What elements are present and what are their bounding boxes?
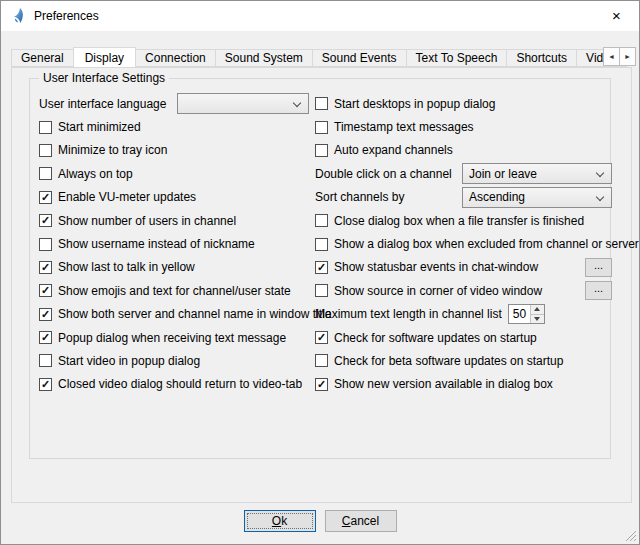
checkbox-label: Always on top xyxy=(58,167,133,181)
checkbox-server-channel-in-title[interactable]: Show both server and channel name in win… xyxy=(39,303,309,326)
language-combobox[interactable] xyxy=(177,93,309,114)
checkbox-label: Show number of users in channel xyxy=(58,214,236,228)
tab-sound-system[interactable]: Sound System xyxy=(215,49,313,67)
checkbox-close-on-file-transfer[interactable]: Close dialog box when a file transfer is… xyxy=(315,209,612,232)
tab-strip: General Display Connection Sound System … xyxy=(11,47,631,68)
tab-scroll-control: ◄ ► xyxy=(603,47,636,66)
checkbox-icon xyxy=(315,144,328,157)
tab-connection[interactable]: Connection xyxy=(135,49,216,67)
cancel-button[interactable]: Cancel xyxy=(325,510,397,532)
checkbox-icon xyxy=(39,331,52,344)
checkbox-icon xyxy=(39,191,52,204)
max-text-length-spinner[interactable]: 50 xyxy=(508,304,545,324)
checkbox-start-minimized[interactable]: Start minimized xyxy=(39,115,309,138)
checkbox-icon xyxy=(315,214,328,227)
video-source-browse-button[interactable]: ... xyxy=(585,281,612,300)
checkbox-label: Auto expand channels xyxy=(334,143,453,157)
checkbox-icon xyxy=(39,167,52,180)
checkbox-label: Show new version available in dialog box xyxy=(334,377,553,391)
ok-button-label: Ok xyxy=(272,514,287,528)
checkbox-icon xyxy=(39,144,52,157)
checkbox-icon xyxy=(315,261,328,274)
right-column: Start desktops in popup dialog Timestamp… xyxy=(315,92,612,396)
language-label: User interface language xyxy=(39,97,166,111)
checkbox-minimize-to-tray[interactable]: Minimize to tray icon xyxy=(39,139,309,162)
max-text-length-label: Maximum text length in channel list xyxy=(315,307,502,321)
checkbox-label: Start minimized xyxy=(58,120,141,134)
footer-buttons: Ok Cancel xyxy=(1,510,639,532)
triangle-down-icon xyxy=(534,317,540,321)
checkbox-icon xyxy=(315,97,328,110)
double-click-label: Double click on a channel xyxy=(315,167,452,181)
ok-button[interactable]: Ok xyxy=(244,510,316,532)
title-bar: Preferences × xyxy=(1,1,639,31)
checkbox-label: Enable VU-meter updates xyxy=(58,190,196,204)
checkbox-icon xyxy=(315,238,328,251)
statusbar-events-row: Show statusbar events in chat-window ... xyxy=(315,256,612,279)
checkbox-label: Start desktops in popup dialog xyxy=(334,97,495,111)
checkbox-label: Timestamp text messages xyxy=(334,120,474,134)
max-text-length-row: Maximum text length in channel list 50 xyxy=(315,303,612,326)
checkbox-label: Start video in popup dialog xyxy=(58,354,200,368)
group-title: User Interface Settings xyxy=(39,71,169,85)
statusbar-events-browse-button[interactable]: ... xyxy=(585,258,612,277)
checkbox-always-on-top[interactable]: Always on top xyxy=(39,162,309,185)
tab-text-to-speech[interactable]: Text To Speech xyxy=(406,49,508,67)
checkbox-label: Show both server and channel name in win… xyxy=(58,307,332,321)
left-column: User interface language Start minimized … xyxy=(39,92,309,396)
sort-channels-value: Ascending xyxy=(469,190,525,204)
checkbox-statusbar-events[interactable]: Show statusbar events in chat-window xyxy=(315,260,538,274)
spinner-down-button[interactable] xyxy=(531,314,544,324)
checkbox-popup-on-text-message[interactable]: Popup dialog when receiving text message xyxy=(39,326,309,349)
tab-scroll-right-icon[interactable]: ► xyxy=(619,47,636,66)
double-click-value: Join or leave xyxy=(469,167,537,181)
checkbox-timestamp-messages[interactable]: Timestamp text messages xyxy=(315,115,612,138)
checkbox-icon xyxy=(315,284,328,297)
checkbox-show-user-count[interactable]: Show number of users in channel xyxy=(39,209,309,232)
triangle-up-icon xyxy=(534,307,540,311)
checkbox-label: Show statusbar events in chat-window xyxy=(334,260,538,274)
checkbox-label: Closed video dialog should return to vid… xyxy=(58,377,302,391)
checkbox-icon xyxy=(315,121,328,134)
double-click-combobox[interactable]: Join or leave xyxy=(462,163,612,184)
spinner-up-button[interactable] xyxy=(531,305,544,314)
checkbox-label: Check for software updates on startup xyxy=(334,331,537,345)
checkbox-check-beta-updates[interactable]: Check for beta software updates on start… xyxy=(315,349,612,372)
checkbox-label: Show last to talk in yellow xyxy=(58,260,195,274)
chevron-down-icon xyxy=(596,169,604,177)
double-click-row: Double click on a channel Join or leave xyxy=(315,162,612,185)
checkbox-label: Show a dialog box when excluded from cha… xyxy=(334,237,639,251)
checkbox-label: Show emojis and text for channel/user st… xyxy=(58,284,291,298)
tab-display[interactable]: Display xyxy=(73,47,136,68)
preferences-dialog: { "window": { "title": "Preferences", "c… xyxy=(0,0,640,545)
checkbox-label: Check for beta software updates on start… xyxy=(334,354,563,368)
chevron-down-icon xyxy=(293,99,301,107)
checkbox-icon xyxy=(315,331,328,344)
checkbox-dialog-when-excluded[interactable]: Show a dialog box when excluded from cha… xyxy=(315,232,612,255)
checkbox-username-instead-nickname[interactable]: Show username instead of nickname xyxy=(39,232,309,255)
tab-scroll-left-icon[interactable]: ◄ xyxy=(603,47,620,66)
checkbox-auto-expand-channels[interactable]: Auto expand channels xyxy=(315,139,612,162)
tab-general[interactable]: General xyxy=(11,49,74,67)
checkbox-desktops-popup-dialog[interactable]: Start desktops in popup dialog xyxy=(315,92,612,115)
checkbox-show-new-version[interactable]: Show new version available in dialog box xyxy=(315,373,612,396)
tab-sound-events[interactable]: Sound Events xyxy=(312,49,407,67)
window-title: Preferences xyxy=(34,9,99,23)
video-source-row: Show source in corner of video window ..… xyxy=(315,279,612,302)
checkbox-emojis-and-text[interactable]: Show emojis and text for channel/user st… xyxy=(39,279,309,302)
checkbox-check-updates[interactable]: Check for software updates on startup xyxy=(315,326,612,349)
checkbox-icon xyxy=(39,238,52,251)
checkbox-vu-meter-updates[interactable]: Enable VU-meter updates xyxy=(39,186,309,209)
close-button[interactable]: × xyxy=(594,1,639,30)
checkbox-icon xyxy=(39,214,52,227)
checkbox-label: Show source in corner of video window xyxy=(334,284,542,298)
checkbox-video-popup-dialog[interactable]: Start video in popup dialog xyxy=(39,349,309,372)
checkbox-label: Minimize to tray icon xyxy=(58,143,167,157)
checkbox-video-source-corner[interactable]: Show source in corner of video window xyxy=(315,284,542,298)
checkbox-closed-video-return-tab[interactable]: Closed video dialog should return to vid… xyxy=(39,373,309,396)
tab-shortcuts[interactable]: Shortcuts xyxy=(506,49,577,67)
sort-channels-combobox[interactable]: Ascending xyxy=(462,187,612,208)
checkbox-icon xyxy=(39,121,52,134)
checkbox-icon xyxy=(39,378,52,391)
checkbox-last-talk-yellow[interactable]: Show last to talk in yellow xyxy=(39,256,309,279)
